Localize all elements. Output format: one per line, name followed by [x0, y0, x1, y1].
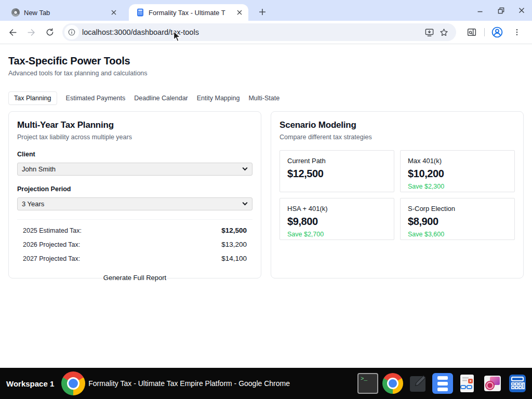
multi-year-planning-card: Multi-Year Tax Planning Project tax liab… [8, 111, 261, 278]
desktop-taskbar: Workspace 1 Formality Tax - Ultimate Tax… [0, 368, 532, 399]
scenario-grid: Current Path $12,500 Max 401(k) $10,200 … [280, 150, 515, 240]
back-button[interactable] [4, 24, 21, 41]
card-subtitle: Project tax liability across multiple ye… [17, 134, 252, 141]
projection-period-label: Projection Period [17, 185, 252, 193]
toolbar-divider [484, 28, 485, 36]
chrome-launcher-icon[interactable] [382, 373, 403, 394]
text-editor-icon[interactable] [407, 373, 428, 394]
new-tab-button[interactable] [256, 5, 269, 19]
file-cabinet-icon[interactable] [432, 373, 453, 394]
card-title: Scenario Modeling [280, 120, 515, 130]
tab-multi-state[interactable]: Multi-State [248, 92, 280, 104]
client-label: Client [17, 151, 252, 158]
tab-title: Formality Tax - Ultimate T [149, 9, 235, 17]
scenario-tile-scorp: S-Corp Election $8,900 Save $3,600 [400, 198, 515, 240]
tab-tax-planning[interactable]: Tax Planning [8, 91, 57, 105]
window-minimize-button[interactable] [473, 3, 487, 18]
scenario-modeling-card: Scenario Modeling Compare different tax … [271, 111, 524, 278]
url-text[interactable]: localhost:3000/dashboard/tax-tools [82, 28, 422, 36]
browser-tabstrip: New Tab Formality Tax - Ultimate T [0, 0, 532, 21]
page-content: Tax-Specific Power Tools Advanced tools … [0, 45, 532, 368]
calculator-favicon-icon [136, 8, 144, 17]
chromium-favicon-icon [11, 8, 20, 17]
window-restore-button[interactable] [494, 3, 508, 18]
document-viewer-icon[interactable] [457, 373, 478, 394]
install-app-icon[interactable] [422, 25, 436, 39]
tool-tabs: Tax Planning Estimated Payments Deadline… [8, 91, 524, 105]
tab-entity-mapping[interactable]: Entity Mapping [197, 92, 240, 104]
chrome-menu-icon[interactable] [510, 25, 524, 39]
client-select[interactable]: John Smith [17, 163, 252, 176]
tab-title: New Tab [24, 9, 109, 17]
image-viewer-icon[interactable] [482, 373, 503, 394]
summary-row-2025: 2025 Estimated Tax: $12,500 [23, 227, 247, 234]
page-subtitle: Advanced tools for tax planning and calc… [8, 70, 524, 77]
active-window-title[interactable]: Formality Tax - Ultimate Tax Empire Plat… [88, 379, 290, 388]
address-bar[interactable]: localhost:3000/dashboard/tax-tools [62, 23, 456, 41]
browser-toolbar: localhost:3000/dashboard/tax-tools [0, 21, 532, 44]
tab-deadline-calendar[interactable]: Deadline Calendar [134, 92, 188, 104]
projection-period-select[interactable]: 3 Years [17, 197, 252, 210]
card-subtitle: Compare different tax strategies [280, 134, 515, 141]
scenario-tile-max-401k: Max 401(k) $10,200 Save $2,300 [400, 150, 515, 192]
page-title: Tax-Specific Power Tools [8, 55, 524, 67]
chrome-window-icon[interactable] [61, 371, 85, 395]
calculator-icon[interactable] [507, 373, 528, 394]
system-tray: >_ [357, 373, 528, 394]
workspace-label[interactable]: Workspace 1 [6, 379, 54, 388]
generate-report-button[interactable]: Generate Full Report [103, 274, 166, 282]
summary-row-2026: 2026 Projected Tax: $13,200 [23, 241, 247, 248]
window-close-button[interactable] [514, 3, 529, 18]
terminal-icon[interactable]: >_ [357, 373, 378, 394]
scenario-tile-current-path: Current Path $12,500 [280, 150, 394, 192]
tax-summary: 2025 Estimated Tax: $12,500 2026 Project… [17, 219, 252, 262]
tab-close-icon[interactable] [109, 8, 118, 17]
browser-tab-formality-tax[interactable]: Formality Tax - Ultimate T [129, 4, 248, 21]
scenario-tile-hsa-401k: HSA + 401(k) $9,800 Save $2,700 [280, 198, 394, 240]
browser-tab-newtab[interactable]: New Tab [5, 4, 124, 21]
profile-avatar-icon[interactable] [490, 25, 504, 39]
reload-button[interactable] [42, 24, 58, 41]
tab-estimated-payments[interactable]: Estimated Payments [66, 92, 126, 104]
site-info-icon[interactable] [64, 25, 79, 39]
summary-row-2027: 2027 Projected Tax: $14,100 [23, 255, 247, 262]
card-title: Multi-Year Tax Planning [17, 120, 252, 130]
forward-button[interactable] [23, 24, 39, 41]
tab-close-icon[interactable] [235, 8, 244, 17]
side-panel-search-icon[interactable] [464, 25, 479, 39]
bookmark-star-icon[interactable] [436, 25, 451, 39]
